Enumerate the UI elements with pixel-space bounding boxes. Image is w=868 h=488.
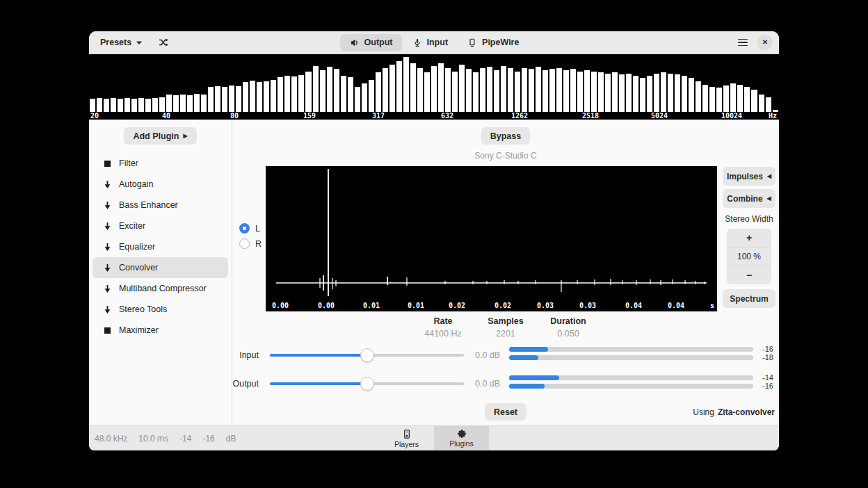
spectrum-bar [682,76,687,112]
output-gain-slider[interactable] [270,382,464,385]
plugin-list-item-bass-enhancer[interactable]: Bass Enhancer [93,195,228,215]
plugin-list-item-multiband-compressor[interactable]: Multiband Compressor [93,278,228,299]
spectrum-bar [187,95,193,112]
tab-players-label: Players [394,440,419,448]
spectrum-bar [723,86,729,112]
freq-tick-label: 159 [303,112,316,120]
tab-output[interactable]: Output [340,34,402,51]
channel-left-option[interactable]: L [239,223,262,234]
status-stat: 10.0 ms [138,434,168,444]
spectrum-bar [459,65,465,112]
impulse-waveform [266,166,717,299]
channel-right-option[interactable]: R [239,238,262,249]
spectrum-bar [494,70,499,112]
meter-db-value: -18 [754,355,773,360]
spectrum-bar [194,94,200,112]
spectrum-bar [466,69,472,112]
plugin-list-item-exciter[interactable]: Exciter [93,215,228,236]
spectrum-bar [508,68,513,112]
status-stat: -14 [179,434,191,444]
reset-button[interactable]: Reset [485,403,527,421]
output-label: Output [232,374,259,393]
time-tick-label: 0.01 [408,301,424,310]
impulses-button[interactable]: Impulses ◀ [723,167,775,186]
tab-input[interactable]: Input [403,34,458,51]
shuffle-icon-button[interactable] [152,34,175,51]
slider-handle[interactable] [360,377,374,391]
combine-button[interactable]: Combine ◀ [723,189,775,208]
input-gain-slider[interactable] [270,354,464,357]
plugin-item-label: Filter [119,158,138,168]
spectrum-button[interactable]: Spectrum [723,289,775,308]
spectrum-bar [403,57,409,112]
time-tick-label: 0.03 [579,301,596,310]
plugin-list-item-filter[interactable]: Filter [93,153,228,174]
stereo-width-value[interactable]: 100 % [727,247,771,266]
plugin-list-item-convolver[interactable]: Convolver [93,257,228,278]
spectrum-bar [501,66,506,112]
time-tick-label: 0.02 [449,301,465,310]
impulses-button-label: Impulses [727,172,763,181]
spectrum-bar [284,76,290,112]
arrow-down-icon [103,305,112,314]
freq-tick-label: Hz [769,112,777,120]
close-button[interactable]: ✕ [757,35,773,50]
add-plugin-button[interactable]: Add Plugin ▶ [124,127,196,145]
plugin-list-item-autogain[interactable]: Autogain [93,174,228,195]
input-label: Input [232,345,259,365]
samples-value: 2201 [485,329,527,339]
plugin-list-item-stereo-tools[interactable]: Stereo Tools [93,299,228,320]
spectrum-bar [431,66,437,112]
spectrum-bar [236,86,241,112]
slider-fill [270,354,367,357]
spectrum-bar [166,95,172,112]
radio-right-channel[interactable] [239,238,250,249]
tab-players[interactable]: Players [379,426,434,450]
input-gain-value: 0.0 dB [475,345,500,365]
output-level-meters: -14 -16 [509,375,779,384]
meter-fill [509,384,545,389]
spectrum-bar [480,68,485,112]
time-tick-label: s [710,301,714,310]
spectrum-bar [563,70,569,112]
slider-handle[interactable] [360,348,374,362]
tab-pipewire[interactable]: PipeWire [458,34,528,51]
spectrum-bar [626,74,632,112]
level-meter [509,347,753,352]
spectrum-bar [305,72,311,112]
spectrum-bar [152,98,158,112]
channel-selector: L R [239,223,262,249]
radio-left-channel[interactable] [239,223,250,234]
spectrum-bar [90,99,95,112]
spectrum-bar [298,75,304,112]
time-tick-label: 0.00 [272,301,289,310]
spectrum-freq-labels: 20408015931763212622518502410024Hz [89,112,779,120]
freq-tick-label: 5024 [651,112,668,120]
spectrum-bar [438,63,444,112]
spectrum-bar [661,72,666,112]
freq-tick-label: 2518 [582,112,599,120]
menu-button[interactable] [737,36,749,49]
time-tick-label: 0.04 [625,301,642,310]
tab-plugins[interactable]: Plugins [434,426,489,450]
meter-db-value: -16 [754,384,773,389]
channel-left-label: L [255,224,260,234]
microphone-icon [412,38,422,48]
spectrum-bar [383,68,388,112]
level-meter [509,384,753,389]
bypass-button[interactable]: Bypass [481,127,530,145]
stereo-width-decrease-button[interactable]: − [727,266,771,284]
spectrum-bar [355,87,360,112]
spectrum-bar [744,87,750,112]
using-label: Using [693,407,714,417]
spectrum-bar [201,95,207,112]
spectrum-bar [180,95,186,112]
presets-button[interactable]: Presets [95,35,148,50]
plugin-list-item-maximizer[interactable]: Maximizer [93,320,228,341]
freq-tick-label: 40 [162,112,170,120]
triangle-right-icon: ▶ [183,133,187,139]
freq-tick-label: 80 [230,112,239,120]
convolver-panel: Bypass Sony C-Studio C L R 0.000.000.010… [232,120,779,425]
plugin-list-item-equalizer[interactable]: Equalizer [93,236,228,257]
stereo-width-increase-button[interactable]: + [727,229,771,247]
